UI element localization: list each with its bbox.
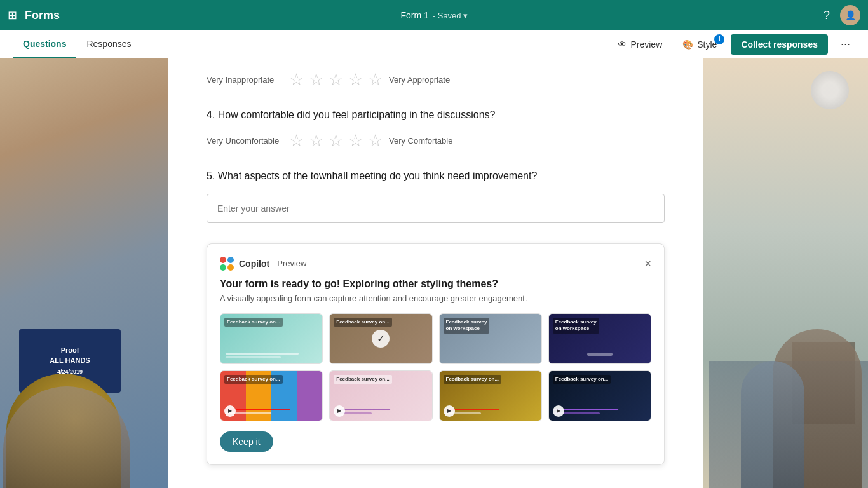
nav-right-actions: ? 👤 [824,5,860,25]
copilot-header-left: Copilot Preview [220,257,306,271]
question-5-number: 5. [207,170,215,181]
help-icon[interactable]: ? [824,9,830,22]
q3-right-label: Very Appropriate [389,75,465,85]
style-button[interactable]: 🎨 Style 1 [676,36,723,53]
question-5-block: 5. What aspects of the townhall meeting … [207,169,665,222]
svg-point-3 [227,264,234,271]
copilot-panel: Copilot Preview × Your form is ready to … [207,243,665,465]
question-4-number: 4. [207,109,215,120]
sub-navigation: Questions Responses 👁 Preview 🎨 Style 1 … [0,30,868,58]
theme-card-4[interactable]: Feedback surveyon workspace [548,313,651,364]
theme-card-1[interactable]: Feedback survey on... [220,313,323,364]
svg-point-0 [220,257,226,263]
q3-stars[interactable]: ☆ ☆ ☆ ☆ ☆ [289,71,383,88]
theme-3-label: Feedback surveyon workspace [444,318,490,334]
q3-star-5[interactable]: ☆ [368,71,383,88]
theme-card-5[interactable]: Feedback survey on... ▶ [220,370,323,421]
q4-star-2[interactable]: ☆ [309,132,323,149]
copilot-preview-badge: Preview [277,259,306,268]
grid-icon[interactable]: ⊞ [8,8,17,22]
q3-star-1[interactable]: ☆ [289,71,304,88]
theme-card-8[interactable]: Feedback survey on... ▶ [548,370,651,421]
question-5-label: 5. What aspects of the townhall meeting … [207,169,665,183]
collect-responses-button[interactable]: Collect responses [731,34,828,55]
q3-star-4[interactable]: ☆ [348,71,363,88]
theme-7-play[interactable]: ▶ [444,405,455,417]
background-left: Proof ALL HANDS 4/24/2019 [0,58,168,488]
q4-right-label: Very Comfortable [389,136,465,146]
saved-status[interactable]: - Saved ▾ [433,11,468,20]
q4-stars[interactable]: ☆ ☆ ☆ ☆ ☆ [289,132,383,149]
tab-bar: Questions Responses [13,31,611,58]
style-icon: 🎨 [682,39,693,50]
form-title: Form 1 [400,10,428,20]
q4-star-1[interactable]: ☆ [289,132,304,149]
avatar[interactable]: 👤 [840,5,860,25]
theme-7-label: Feedback survey on... [444,375,502,384]
preview-eye-icon: 👁 [618,39,627,50]
copilot-header: Copilot Preview × [220,257,651,271]
app-logo: Forms [25,9,60,22]
keep-it-button[interactable]: Keep it [220,431,273,452]
question-4-block: 4. How comfortable did you feel particip… [207,108,665,149]
main-area: Proof ALL HANDS 4/24/2019 Very Inappropr… [0,58,868,488]
svg-point-1 [227,257,234,263]
theme-card-7[interactable]: Feedback survey on... ▶ [439,370,542,421]
theme-grid: Feedback survey on... Feedback survey on… [220,313,651,421]
theme-4-label: Feedback surveyon workspace [553,318,599,334]
question-4-rating-row: Very Uncomfortable ☆ ☆ ☆ ☆ ☆ Very Comfor… [207,132,665,149]
theme-8-play[interactable]: ▶ [553,405,564,417]
q4-left-label: Very Uncomfortable [207,136,283,146]
q4-star-5[interactable]: ☆ [368,132,383,149]
q3-star-2[interactable]: ☆ [309,71,323,88]
theme-2-label: Feedback survey on... [334,318,392,327]
theme-2-checkmark: ✓ [372,330,390,348]
nav-center: Form 1 - Saved ▾ [400,10,467,20]
svg-point-2 [220,264,226,271]
preview-button[interactable]: 👁 Preview [611,36,668,53]
copilot-subtext: A visually appealing form can capture at… [220,294,651,303]
copilot-close-button[interactable]: × [644,258,651,269]
theme-card-2[interactable]: Feedback survey on... ✓ [329,313,432,364]
top-navigation: ⊞ Forms Form 1 - Saved ▾ ? 👤 [0,0,868,30]
theme-5-label: Feedback survey on... [224,375,283,384]
theme-card-3[interactable]: Feedback surveyon workspace [439,313,542,364]
form-panel: Very Inappropriate ☆ ☆ ☆ ☆ ☆ Very Approp… [168,58,703,488]
notification-badge: 1 [714,34,724,44]
tab-questions[interactable]: Questions [13,31,76,58]
copilot-logo-icon [220,257,234,271]
theme-8-label: Feedback survey on... [553,375,611,384]
question-5-input[interactable] [207,194,665,223]
tab-responses[interactable]: Responses [76,31,141,58]
q3-left-label: Very Inappropriate [207,75,283,85]
q4-star-4[interactable]: ☆ [348,132,363,149]
question-3-partial: Very Inappropriate ☆ ☆ ☆ ☆ ☆ Very Approp… [207,71,665,88]
theme-5-play[interactable]: ▶ [224,405,236,417]
theme-6-label: Feedback survey on... [334,375,392,384]
theme-card-6[interactable]: Feedback survey on... ▶ [329,370,432,421]
question-4-label: 4. How comfortable did you feel particip… [207,108,665,122]
theme-1-label: Feedback survey on... [224,318,283,327]
question-3-rating-row: Very Inappropriate ☆ ☆ ☆ ☆ ☆ Very Approp… [207,71,665,88]
theme-6-play[interactable]: ▶ [334,405,345,417]
q3-star-3[interactable]: ☆ [329,71,343,88]
q4-star-3[interactable]: ☆ [329,132,343,149]
background-right [703,58,868,488]
question-4-text: How comfortable did you feel participati… [218,109,496,120]
question-5-text: What aspects of the townhall meeting do … [218,170,538,181]
copilot-title: Copilot [239,259,269,269]
toolbar-actions: 👁 Preview 🎨 Style 1 Collect responses ··… [611,34,855,55]
more-options-button[interactable]: ··· [836,35,855,53]
copilot-heading: Your form is ready to go! Exploring othe… [220,278,651,290]
